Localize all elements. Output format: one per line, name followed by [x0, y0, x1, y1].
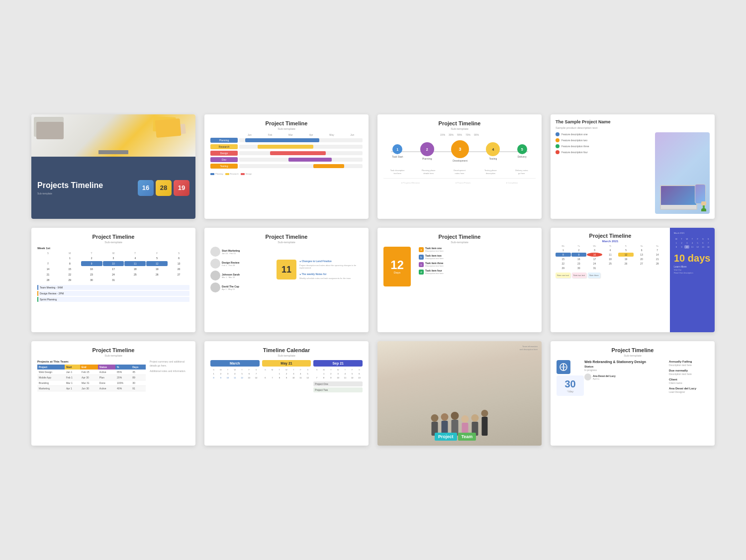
sticky-notes: Note one text Note two text Note three [556, 273, 665, 280]
cc-30: 30 [571, 266, 587, 270]
sc7: 7 [706, 241, 711, 245]
feature-text-2: Feature description two [561, 139, 587, 142]
mg1-h1: S [210, 368, 217, 372]
cc-15: 15 [556, 257, 571, 261]
week-label: Week 1st [37, 247, 189, 250]
event-2: Design Review - 2PM [37, 291, 189, 296]
team-header-info: Team informationand description here [520, 345, 538, 351]
td-pr2: 20% [115, 375, 131, 380]
schedule-label: ● The weekly Notes for [299, 273, 363, 276]
slide-1-title: Projects Timeline [37, 181, 138, 191]
head-6 [481, 410, 488, 417]
bubble-label-1: Task Start [392, 155, 403, 158]
mg3-h1: S [313, 368, 320, 372]
mg2-h3: T [276, 368, 282, 372]
mg2-h7: S [304, 368, 311, 372]
mg3-h3: T [328, 368, 334, 372]
avatar-4 [210, 282, 220, 292]
sc14: 14 [706, 245, 711, 249]
meeting-item-3: Johnson Sarah Mar 1 - Mar 20 [210, 271, 274, 280]
td-p4: Marketing [37, 386, 65, 391]
slide-11[interactable]: Project Team Team informationand descrip… [377, 341, 542, 446]
mg1-5: 5 [239, 372, 245, 375]
slide-4-sub: Sample product description text [556, 126, 710, 129]
sc4: 4 [690, 241, 695, 245]
center-date-box: 11 [277, 260, 296, 280]
ch-fr: Fr [618, 244, 634, 248]
mg2-h1: S [262, 368, 269, 372]
sc12: 12 [695, 245, 700, 249]
slide-8-main: Project Timeline March 2021 Mo Tu We Th … [551, 228, 670, 332]
wc-6: 5 [146, 256, 168, 261]
week-grid: S M T W T F S 1 2 3 4 5 6 7 8 9 10 11 12… [37, 251, 189, 282]
td-s2: Feb 1 [65, 375, 80, 380]
meeting-item-4: David The Cap Apr 1 - May 15 [210, 282, 274, 292]
mg3-11: 10 [335, 376, 341, 379]
month-title-1: March [210, 360, 260, 367]
gantt-row-4: Dev [210, 157, 363, 162]
slide-8[interactable]: Project Timeline March 2021 Mo Tu We Th … [551, 228, 715, 332]
mg1-h4: W [232, 368, 238, 372]
feature-4: Feature description four [556, 150, 651, 154]
cc-20: 20 [634, 257, 650, 261]
sc13: 13 [701, 245, 706, 249]
right-text-1: Description text here [669, 364, 709, 367]
wc-1 [37, 256, 59, 261]
banner: Project Team [435, 433, 476, 441]
team-photo: Project Team Team informationand descrip… [377, 341, 542, 446]
mg1-1: 1 [210, 372, 217, 375]
wc-28: 27 [168, 272, 189, 277]
bubble-label-4: Testing [489, 157, 497, 160]
th-end: End [80, 365, 98, 370]
mg1-8: 8 [210, 376, 217, 379]
right-label-2: Due normally [669, 369, 709, 372]
cc-26: 26 [618, 262, 634, 266]
wc-9: 8 [59, 261, 81, 266]
slide-7-title: Project Timeline [383, 234, 536, 240]
td-s4: Apr 1 [65, 386, 80, 391]
temp-num: 30 [560, 378, 581, 390]
cc-6: 6 [634, 248, 650, 252]
slide-6[interactable]: Project Timeline Sub-template Start Mark… [204, 228, 369, 332]
detail-text-1: In progress [584, 369, 666, 372]
slide-7[interactable]: Project Timeline Sub-template 12 Days a … [377, 228, 542, 332]
th-days: Days [131, 365, 146, 370]
sct: T [679, 237, 684, 241]
gantt-bar-1 [245, 138, 319, 142]
slide-9[interactable]: Project Timeline Sub-template Projects a… [31, 341, 195, 446]
cc-23: 23 [571, 262, 587, 266]
feature-dot-3 [556, 144, 560, 148]
gantt-bar-3 [270, 151, 326, 155]
td-d3: 30 [131, 380, 146, 386]
slide-8-sidebar: March 2021 M T W T F S S 1 2 3 4 5 6 7 [670, 228, 715, 332]
slide-1[interactable]: Projects Timeline Sub-template 16 28 19 [31, 114, 195, 219]
task-3: c Task item three Description text here [419, 262, 536, 267]
wc-4: 3 [103, 256, 124, 261]
slide-4[interactable]: The Sample Project Name Sample product d… [551, 114, 715, 219]
changes-text: Project description and notes about the … [299, 264, 363, 270]
month-label: March 2021 [556, 240, 665, 243]
head-1 [431, 414, 439, 422]
td-p1: Web Design [37, 370, 65, 375]
month-block-1: March S M T W T F S 1 2 3 4 5 6 7 8 [210, 360, 260, 393]
person-name: Ana Dessi del Lucy [593, 374, 616, 377]
td-s1: Jan 1 [65, 370, 80, 375]
mg3-5: 4 [342, 372, 348, 375]
wc-27: 26 [146, 272, 168, 277]
cc-16: 16 [571, 257, 587, 261]
slide-3[interactable]: Project Timeline Sub-template 15% 30% 55… [377, 114, 542, 219]
highlight-label: Days [394, 271, 401, 274]
table-row: Mobile App Feb 1 Apr 30 Plan 20% 89 [37, 375, 146, 380]
slide-12-content: 30 °/day Web Rebranding & Stationery Des… [557, 360, 709, 396]
gantt-bar-2 [258, 145, 313, 149]
slide-2[interactable]: Project Timeline Sub-template Jan Feb Ma… [204, 114, 369, 219]
wc-17: 16 [81, 267, 102, 272]
th-start: Start [65, 365, 80, 370]
slide-4-title: The Sample Project Name [556, 119, 710, 124]
gantt-row-2: Research [210, 144, 363, 149]
temp-block: 30 °/day [557, 375, 584, 396]
mg1-h2: M [217, 368, 224, 372]
slide-12[interactable]: Project Timeline Sub-template 30 °/day [551, 341, 715, 446]
slide-5[interactable]: Project Timeline Sub-template Week 1st S… [31, 228, 195, 332]
slide-10[interactable]: Timeline Calendar Sub-template March S M… [204, 341, 369, 446]
